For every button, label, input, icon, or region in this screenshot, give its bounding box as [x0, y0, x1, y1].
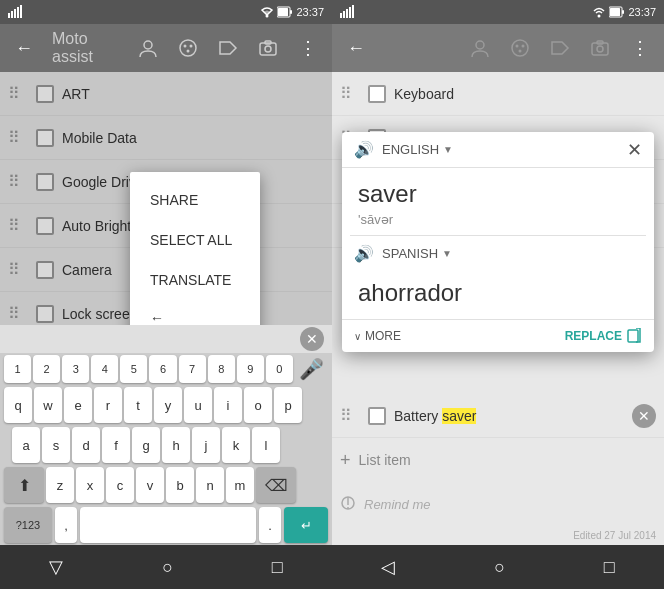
space-key[interactable]: [80, 507, 256, 543]
key-l[interactable]: l: [252, 427, 280, 463]
add-item-row[interactable]: + List item: [332, 438, 664, 482]
replace-button[interactable]: REPLACE: [565, 328, 642, 344]
back-nav-icon[interactable]: ▽: [49, 556, 63, 578]
drag-handle: ⠿: [340, 406, 360, 425]
right-home-nav-icon[interactable]: ○: [494, 557, 505, 578]
key-j[interactable]: j: [192, 427, 220, 463]
key-a[interactable]: a: [12, 427, 40, 463]
svg-rect-7: [290, 10, 292, 14]
key-4[interactable]: 4: [91, 355, 118, 383]
key-h[interactable]: h: [162, 427, 190, 463]
svg-rect-20: [349, 7, 351, 18]
right-camera-icon[interactable]: [584, 32, 616, 64]
key-x[interactable]: x: [76, 467, 104, 503]
checkbox[interactable]: [368, 85, 386, 103]
right-more-icon[interactable]: ⋮: [624, 32, 656, 64]
key-i[interactable]: i: [214, 387, 242, 423]
mic-icon[interactable]: 🎤: [295, 357, 328, 381]
right-nav-bar: ◁ ○ □: [332, 545, 664, 589]
camera-icon[interactable]: [252, 32, 284, 64]
palette-icon[interactable]: [172, 32, 204, 64]
right-label-icon[interactable]: [544, 32, 576, 64]
key-1[interactable]: 1: [4, 355, 31, 383]
svg-point-5: [266, 15, 269, 18]
right-back-button[interactable]: ←: [340, 32, 372, 64]
source-lang-selector[interactable]: ENGLISH ▼: [382, 142, 453, 157]
key-9[interactable]: 9: [237, 355, 264, 383]
key-e[interactable]: e: [64, 387, 92, 423]
key-8[interactable]: 8: [208, 355, 235, 383]
source-lang-label: ENGLISH: [382, 142, 439, 157]
right-back-nav-icon[interactable]: ◁: [381, 556, 395, 578]
key-n[interactable]: n: [196, 467, 224, 503]
right-recent-nav-icon[interactable]: □: [604, 557, 615, 578]
item-clear-icon[interactable]: ✕: [632, 404, 656, 428]
key-d[interactable]: d: [72, 427, 100, 463]
home-nav-icon[interactable]: ○: [162, 557, 173, 578]
source-lang-dropdown-icon: ▼: [443, 144, 453, 155]
key-o[interactable]: o: [244, 387, 272, 423]
source-word: saver: [342, 168, 654, 212]
key-5[interactable]: 5: [120, 355, 147, 383]
input-clear-button[interactable]: ✕: [300, 327, 324, 351]
backspace-key[interactable]: ⌫: [256, 467, 296, 503]
back-menu-item[interactable]: ←: [130, 300, 260, 325]
key-m[interactable]: m: [226, 467, 254, 503]
source-speaker-icon[interactable]: 🔊: [354, 140, 374, 159]
target-lang-dropdown-icon: ▼: [442, 248, 452, 259]
chevron-down-icon: ∨: [354, 331, 361, 342]
key-w[interactable]: w: [34, 387, 62, 423]
key-y[interactable]: y: [154, 387, 182, 423]
key-u[interactable]: u: [184, 387, 212, 423]
account-icon[interactable]: [132, 32, 164, 64]
share-menu-item[interactable]: SHARE: [130, 180, 260, 220]
right-signal-icon: [340, 5, 354, 19]
popup-close-button[interactable]: ✕: [627, 141, 642, 159]
recent-nav-icon[interactable]: □: [272, 557, 283, 578]
remind-icon: [340, 495, 356, 514]
svg-rect-2: [14, 9, 16, 18]
back-button[interactable]: ←: [8, 32, 40, 64]
target-lang-selector[interactable]: SPANISH ▼: [382, 246, 452, 261]
svg-rect-14: [260, 43, 276, 55]
key-f[interactable]: f: [102, 427, 130, 463]
key-q[interactable]: q: [4, 387, 32, 423]
key-c[interactable]: c: [106, 467, 134, 503]
key-t[interactable]: t: [124, 387, 152, 423]
key-r[interactable]: r: [94, 387, 122, 423]
key-k[interactable]: k: [222, 427, 250, 463]
right-account-icon[interactable]: [464, 32, 496, 64]
more-icon[interactable]: ⋮: [292, 32, 324, 64]
enter-key[interactable]: ↵: [284, 507, 328, 543]
key-g[interactable]: g: [132, 427, 160, 463]
svg-rect-19: [346, 9, 348, 18]
replace-icon: [626, 328, 642, 344]
key-7[interactable]: 7: [179, 355, 206, 383]
svg-rect-34: [628, 330, 638, 342]
key-6[interactable]: 6: [149, 355, 176, 383]
key-0[interactable]: 0: [266, 355, 293, 383]
comma-key[interactable]: ,: [55, 507, 77, 543]
checkbox[interactable]: [368, 407, 386, 425]
svg-point-22: [598, 15, 601, 18]
label-icon[interactable]: [212, 32, 244, 64]
key-p[interactable]: p: [274, 387, 302, 423]
key-2[interactable]: 2: [33, 355, 60, 383]
source-phonetic: 'sāvər: [342, 212, 654, 235]
key-z[interactable]: z: [46, 467, 74, 503]
shift-key[interactable]: ⬆: [4, 467, 44, 503]
target-speaker-icon[interactable]: 🔊: [354, 244, 374, 263]
signal-icon: [8, 5, 22, 19]
key-b[interactable]: b: [166, 467, 194, 503]
symbols-key[interactable]: ?123: [4, 507, 52, 543]
more-button[interactable]: ∨ MORE: [354, 329, 401, 343]
translate-menu-item[interactable]: TRANSLATE: [130, 260, 260, 300]
remind-row[interactable]: Remind me: [332, 482, 664, 526]
key-v[interactable]: v: [136, 467, 164, 503]
period-key[interactable]: .: [259, 507, 281, 543]
right-palette-icon[interactable]: [504, 32, 536, 64]
select-all-menu-item[interactable]: SELECT ALL: [130, 220, 260, 260]
remind-label: Remind me: [364, 497, 430, 512]
key-3[interactable]: 3: [62, 355, 89, 383]
key-s[interactable]: s: [42, 427, 70, 463]
